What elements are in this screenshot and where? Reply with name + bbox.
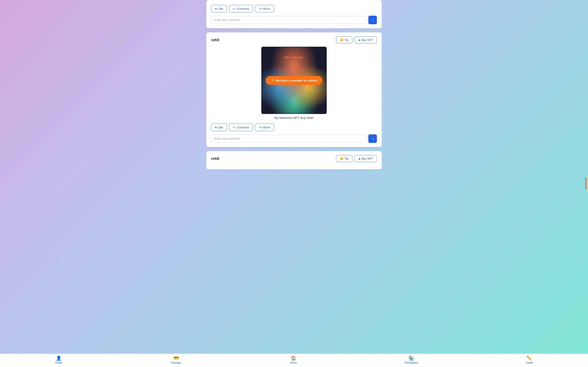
top-comment-input[interactable] — [211, 16, 367, 24]
pencil-icon — [233, 7, 235, 10]
marketplace-icon: 🏪 — [408, 356, 414, 360]
home-icon: 🏠 — [291, 356, 296, 360]
nft-icon-2: ◈ — [358, 157, 361, 160]
main-action-bar: Like Comment Mirror — [211, 123, 377, 131]
scrollbar-indicator[interactable] — [585, 177, 586, 190]
nft-text-overlay: NFT IMAGE — [285, 56, 303, 59]
nav-home[interactable]: 🏠 Home — [287, 356, 300, 364]
nav-marketplace[interactable]: 🏪 Marketplace — [405, 356, 418, 364]
bottom-buy-nft-button[interactable]: ◈ Buy NFT — [355, 155, 377, 162]
main-mirror-button[interactable]: Mirror — [255, 124, 274, 131]
main-card-top-actions: 🪙 Tip ◈ Buy NFT — [336, 36, 377, 43]
top-submit-button[interactable] — [368, 16, 377, 24]
unlock-badge[interactable]: 🔒 Become a member to unlock — [266, 76, 322, 85]
tip-icon-2: 🪙 — [340, 157, 343, 160]
create-icon: ✏️ — [527, 356, 532, 360]
arrow-icon — [371, 18, 374, 22]
bottom-card-author: rohit — [211, 157, 219, 161]
top-like-button[interactable]: Like — [211, 5, 227, 12]
mirror-icon — [259, 7, 261, 11]
bottom-card-top-actions: 🪙 Tip ◈ Buy NFT — [336, 155, 377, 162]
top-comment-row — [211, 16, 377, 24]
nav-earnings[interactable]: 💳 Earnings — [170, 356, 182, 364]
top-mirror-button[interactable]: Mirror — [255, 5, 274, 12]
nft-image: NFT IMAGE 🔒 Become a member to unlock — [261, 47, 327, 114]
tip-button[interactable]: 🪙 Tip — [336, 36, 352, 43]
heart-icon — [215, 7, 217, 10]
nft-image-container: NFT IMAGE 🔒 Become a member to unlock — [211, 47, 377, 114]
main-comment-input[interactable] — [211, 135, 367, 142]
bottom-nav: 👤 Profile 💳 Earnings 🏠 Home 🏪 Marketplac… — [0, 354, 588, 367]
bottom-card-header: rohit 🪙 Tip ◈ Buy NFT — [211, 155, 377, 162]
nav-create[interactable]: ✏️ Create — [523, 356, 536, 364]
heart-icon-2 — [215, 126, 217, 129]
profile-icon: 👤 — [56, 356, 61, 360]
bottom-card: rohit 🪙 Tip ◈ Buy NFT — [206, 151, 382, 169]
tip-icon: 🪙 — [340, 38, 343, 42]
top-card: Like Comment Mirror — [206, 0, 382, 28]
top-action-bar: Like Comment Mirror — [211, 4, 377, 12]
top-comment-button[interactable]: Comment — [229, 5, 253, 12]
main-like-button[interactable]: Like — [211, 124, 227, 131]
main-submit-button[interactable] — [368, 134, 377, 143]
main-comment-button[interactable]: Comment — [229, 124, 253, 131]
nft-icon: ◈ — [358, 38, 361, 42]
pencil-icon-2 — [233, 126, 235, 129]
main-card-header: rohit 🪙 Tip ◈ Buy NFT — [211, 36, 377, 43]
nav-profile[interactable]: 👤 Profile — [52, 356, 65, 364]
nft-caption: My Awesome NFT. Buy Now! — [211, 116, 377, 119]
earnings-icon: 💳 — [173, 356, 179, 360]
main-nft-card: rohit 🪙 Tip ◈ Buy NFT NFT IMAGE 🔒 Becom — [206, 33, 382, 147]
mirror-icon-2 — [259, 125, 261, 129]
main-card-author: rohit — [211, 38, 219, 42]
main-comment-row — [211, 134, 377, 143]
lock-icon: 🔒 — [270, 78, 274, 82]
bottom-tip-button[interactable]: 🪙 Tip — [336, 155, 352, 162]
buy-nft-button[interactable]: ◈ Buy NFT — [355, 36, 377, 43]
arrow-icon-2 — [371, 137, 374, 141]
